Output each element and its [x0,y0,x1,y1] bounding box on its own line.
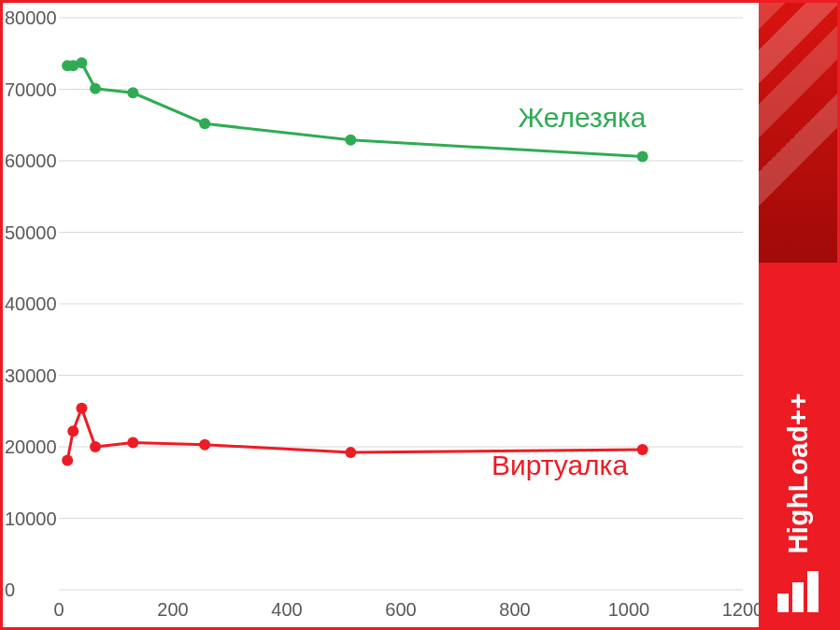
y-tick-label: 50000 [5,222,57,243]
y-axis: 0100002000030000400005000060000700008000… [5,7,57,600]
data-point [345,447,356,458]
data-point [345,135,356,146]
x-tick-label: 400 [271,599,302,620]
data-point [90,441,101,452]
data-point [127,437,138,448]
data-point [76,57,87,68]
brand-name: HighLoad++ [783,393,813,554]
y-tick-label: 80000 [5,7,57,28]
data-point [76,403,87,414]
brand-logo-icon [776,569,820,614]
x-tick-label: 1200 [722,599,762,620]
svg-rect-11 [807,571,819,612]
data-point [637,150,648,162]
y-tick-label: 20000 [5,437,57,457]
data-point [127,87,138,98]
data-point [90,83,101,94]
x-axis: 020040060080010001200 [53,599,762,620]
data-point [199,439,210,451]
y-tick-label: 30000 [5,365,57,386]
x-tick-label: 1000 [608,599,650,620]
y-tick-label: 60000 [5,150,57,171]
sidebar-brand-block: HighLoad++ [759,263,837,627]
series-label-red: Виртуалка [491,450,629,480]
series-label-green: Железяка [518,102,646,133]
x-tick-label: 0 [53,599,64,620]
x-tick-label: 600 [385,599,416,620]
y-tick-label: 0 [5,580,15,600]
data-point [67,425,78,437]
x-tick-label: 200 [157,599,188,620]
chart-svg: 0100002000030000400005000060000700008000… [3,3,762,627]
x-tick-label: 800 [499,599,530,620]
data-point [199,118,210,129]
brand-text: HighLoad++ [783,393,814,554]
svg-rect-10 [792,582,804,612]
y-tick-label: 10000 [5,508,57,529]
sidebar-decor [759,3,837,263]
data-point [62,455,73,466]
svg-rect-9 [777,594,789,612]
slide-frame: { "brand_text": "HighLoad++", "chart_dat… [0,0,840,630]
y-tick-label: 40000 [5,294,57,314]
data-point [637,444,648,455]
chart-area: 0100002000030000400005000060000700008000… [3,3,759,627]
sidebar: HighLoad++ [759,3,837,627]
y-tick-label: 70000 [5,79,57,100]
